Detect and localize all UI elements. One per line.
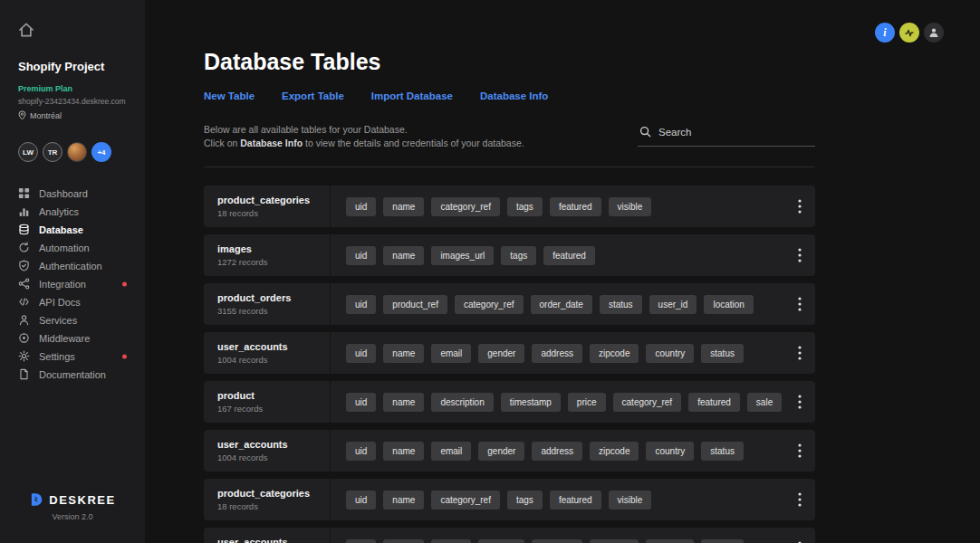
- sidebar-item-api-docs[interactable]: API Docs: [18, 296, 145, 308]
- table-info: product_categories18 records: [204, 479, 331, 520]
- column-chip: uid: [346, 295, 376, 314]
- sidebar-item-label: Documentation: [39, 369, 106, 380]
- table-row[interactable]: user_accounts1004 recordsuidnameemailgen…: [204, 528, 815, 543]
- column-chip: category_ref: [613, 393, 682, 412]
- column-chip: uid: [346, 539, 376, 543]
- column-chip: user_id: [649, 295, 697, 314]
- column-chip: visible: [609, 491, 652, 510]
- column-chip: name: [383, 442, 424, 461]
- home-icon[interactable]: [18, 22, 34, 38]
- table-row[interactable]: user_accounts1004 recordsuidnameemailgen…: [204, 332, 815, 374]
- notification-dot: [122, 354, 127, 358]
- table-name: user_accounts: [217, 341, 330, 352]
- sidebar-item-authentication[interactable]: Authentication: [18, 260, 145, 272]
- kebab-menu-button[interactable]: [784, 381, 815, 423]
- kebab-menu-button[interactable]: [784, 528, 815, 543]
- column-chip: tags: [507, 491, 543, 510]
- column-chips: uidnamedescriptiontimestamppricecategory…: [331, 393, 784, 412]
- sidebar-item-settings[interactable]: Settings: [18, 350, 145, 362]
- column-chip: featured: [688, 393, 740, 412]
- kebab-menu-button[interactable]: [784, 234, 815, 276]
- sidebar-item-label: Middleware: [39, 333, 90, 344]
- table-info: images1272 records: [204, 234, 331, 276]
- import-database-button[interactable]: Import Database: [371, 90, 453, 101]
- new-table-button[interactable]: New Table: [204, 90, 255, 101]
- table-row[interactable]: product_orders3155 recordsuidproduct_ref…: [204, 283, 815, 325]
- table-row[interactable]: product_categories18 recordsuidnamecateg…: [204, 186, 815, 227]
- avatar[interactable]: LW: [18, 142, 38, 162]
- table-name: user_accounts: [217, 537, 330, 543]
- column-chip: address: [532, 539, 582, 543]
- column-chip: uid: [346, 197, 376, 216]
- notification-dot: [122, 281, 127, 286]
- column-chip: email: [431, 442, 471, 461]
- search-input[interactable]: [658, 127, 813, 138]
- brand-name: DESKREE: [49, 493, 115, 507]
- sidebar-item-middleware[interactable]: Middleware: [18, 332, 145, 344]
- table-row[interactable]: product_categories18 recordsuidnamecateg…: [204, 479, 815, 520]
- sidebar-item-integration[interactable]: Integration: [18, 278, 145, 290]
- sidebar-item-database[interactable]: Database: [18, 224, 145, 235]
- table-info: product167 records: [204, 381, 331, 423]
- section-divider: [204, 167, 815, 167]
- database-icon: [18, 224, 30, 235]
- location-pin-icon: [18, 110, 26, 120]
- kebab-menu-button[interactable]: [784, 332, 815, 374]
- table-actions: New Table Export Table Import Database D…: [204, 90, 815, 101]
- avatar-more-badge[interactable]: +4: [91, 142, 111, 162]
- column-chip: name: [383, 197, 424, 216]
- kebab-menu-button[interactable]: [784, 186, 815, 227]
- column-chip: visible: [609, 197, 652, 216]
- column-chip: country: [646, 539, 694, 543]
- column-chip: price: [568, 393, 606, 412]
- sidebar-item-analytics[interactable]: Analytics: [18, 205, 145, 217]
- automation-icon: [18, 242, 30, 253]
- table-row[interactable]: product167 recordsuidnamedescriptiontime…: [204, 381, 815, 423]
- column-chip: timestamp: [501, 393, 561, 412]
- avatar[interactable]: [67, 142, 87, 162]
- table-row[interactable]: user_accounts1004 recordsuidnameemailgen…: [204, 430, 815, 472]
- column-chip: featured: [550, 197, 601, 216]
- waveform-avatar-icon[interactable]: [899, 23, 919, 43]
- table-records: 1004 records: [217, 452, 330, 462]
- table-name: user_accounts: [217, 439, 330, 450]
- column-chip: uid: [346, 491, 376, 510]
- column-chip: name: [383, 246, 424, 265]
- column-chip: images_url: [431, 246, 494, 265]
- column-chips: uidnameemailgenderaddresszipcodecountrys…: [331, 442, 784, 461]
- sidebar-item-label: Dashboard: [39, 188, 88, 199]
- sidebar-item-label: API Docs: [39, 297, 81, 308]
- column-chip: product_ref: [383, 295, 447, 314]
- column-chip: country: [646, 344, 694, 363]
- column-chip: email: [431, 539, 471, 543]
- column-chip: category_ref: [455, 295, 524, 314]
- column-chip: location: [704, 295, 753, 314]
- column-chip: email: [431, 344, 471, 363]
- kebab-menu-button[interactable]: [784, 283, 815, 325]
- brand-block: DESKREE Version 2.0: [0, 492, 145, 521]
- sidebar-item-label: Authentication: [39, 261, 102, 272]
- column-chip: address: [532, 442, 582, 461]
- page-title: Database Tables: [204, 49, 815, 74]
- project-domain: shopify-23423434.deskree.com: [18, 97, 145, 106]
- sidebar-item-dashboard[interactable]: Dashboard: [18, 187, 145, 199]
- sidebar-item-services[interactable]: Services: [18, 314, 145, 326]
- table-row[interactable]: images1272 recordsuidnameimages_urltagsf…: [204, 234, 815, 276]
- table-name: product_categories: [217, 488, 330, 499]
- sidebar-item-documentation[interactable]: Documentation: [18, 368, 145, 380]
- export-table-button[interactable]: Export Table: [282, 90, 344, 101]
- table-name: product_categories: [217, 195, 330, 205]
- kebab-menu-button[interactable]: [784, 430, 815, 472]
- sidebar-item-label: Settings: [39, 351, 75, 362]
- sidebar-item-label: Services: [39, 315, 77, 326]
- column-chips: uidnamecategory_reftagsfeaturedvisible: [331, 491, 784, 510]
- column-chip: zipcode: [590, 442, 639, 461]
- avatar[interactable]: TR: [43, 142, 62, 162]
- kebab-menu-button[interactable]: [784, 479, 815, 520]
- database-info-button[interactable]: Database Info: [480, 90, 548, 101]
- user-icon[interactable]: [924, 23, 944, 43]
- sidebar-item-automation[interactable]: Automation: [18, 242, 145, 253]
- info-icon[interactable]: i: [875, 23, 895, 43]
- table-name: product_orders: [217, 292, 330, 303]
- sidebar: Shopify Project Premium Plan shopify-234…: [0, 0, 145, 543]
